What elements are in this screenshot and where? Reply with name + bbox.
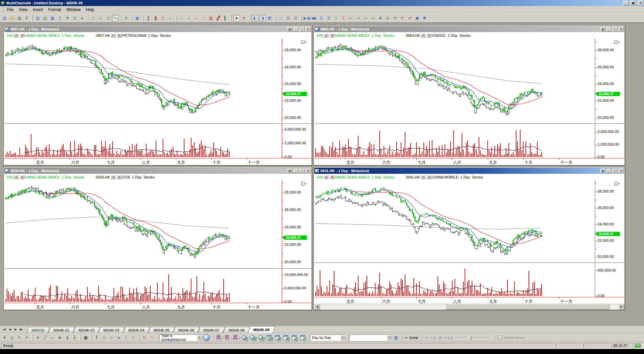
chart-titlebar[interactable]: 0857.HK - 1 Day - Metastock ▧ _ □ ✕ (4, 26, 311, 32)
tab-mshk-05[interactable]: MSHK-05 (148, 327, 175, 333)
price-axis[interactable]: 28,000.0026,000.0024,000.0022,000.0020,0… (282, 39, 311, 123)
price-chart-canvas[interactable] (4, 39, 282, 123)
scroll-to-last-bar-icon[interactable]: ◂ (614, 40, 620, 44)
playback-to-end-button[interactable]: ▷| (447, 335, 453, 341)
bar-style-candle-button[interactable]: ❚ (152, 15, 159, 21)
grid-tool-button[interactable]: ▦ (82, 334, 89, 341)
price-axis[interactable]: 28,000.0026,000.0024,000.0022,000.0020,0… (282, 180, 311, 268)
insert-series-button[interactable]: ⇗ (90, 15, 96, 21)
playback-back-options-button[interactable]: ▾ (429, 335, 432, 341)
new-page-button[interactable]: □ (277, 15, 284, 21)
line-break-style-button[interactable]: ⌁ (178, 15, 185, 21)
insert-function-button[interactable]: ƒ (57, 15, 63, 21)
interval-months-button[interactable]: M (282, 334, 290, 341)
volume-axis[interactable]: 500,000.000.00 (595, 263, 624, 297)
slider-thumb[interactable] (469, 335, 472, 340)
undo-zoom-button[interactable]: ↺ (392, 15, 398, 21)
apply-template-button[interactable]: ▦ (393, 334, 399, 341)
insert-study-button[interactable]: ✚ (64, 15, 71, 21)
toolbar-overflow-button[interactable]: » (79, 15, 85, 21)
compress-scale-button[interactable]: ⇅ (318, 15, 325, 21)
chart-close-button[interactable]: ✕ (618, 27, 624, 31)
chart-titlebar[interactable]: 0939.HK - 1 Day - Metastock ▧ _ □ ✕ (4, 168, 311, 174)
legend-symbol-2[interactable]: 0883.HK (406, 33, 420, 38)
curve-tool-button[interactable]: ∿ (115, 334, 122, 341)
diamond-marker-button[interactable]: ◇ (9, 334, 15, 341)
volume-chart-canvas[interactable] (4, 124, 282, 158)
symbol-dropdown-button[interactable]: ▾ (14, 33, 18, 38)
interval2-dropdown-button[interactable]: I▾ (117, 33, 122, 38)
volume-chart-canvas[interactable] (4, 269, 282, 303)
scroll-to-last-bar-icon[interactable]: ◂ (301, 182, 307, 186)
interval-days-button[interactable]: 1D▾ (265, 334, 273, 341)
tab-hsiv15[interactable]: HSIV15 (26, 327, 50, 333)
insert-strategy-button[interactable]: ≣ (71, 15, 78, 21)
interval-weeks-button[interactable]: W (273, 334, 281, 341)
app-close-button[interactable]: ✕ (638, 1, 643, 5)
legend-symbol-2[interactable]: 0941.HK (406, 175, 420, 179)
apply-style-button[interactable]: ✓ (167, 15, 174, 21)
expand-scale-button[interactable]: ⇵ (325, 15, 332, 21)
crosshair-tool-button[interactable]: ✛ (241, 15, 247, 21)
cross-line-tool-button[interactable]: ┼ (71, 334, 78, 341)
jump-button[interactable]: ⇰Jump (405, 335, 418, 340)
interval-volume-button[interactable]: VOL▾ (223, 334, 231, 341)
format-objects-button[interactable]: ▣ (134, 15, 141, 21)
tab-scroll-prev-button[interactable]: ◀ (7, 327, 13, 332)
arrow-down-tool-button[interactable]: ⇩ (123, 334, 130, 341)
histogram-style-button[interactable]: ▥ (208, 15, 214, 21)
pencil-tool-button[interactable]: ✎ (16, 334, 23, 341)
price-chart-canvas[interactable] (314, 180, 595, 262)
legend-symbol-1[interactable]: .HSI (316, 175, 323, 179)
interval-tick-button[interactable]: TICK▾ (215, 334, 223, 341)
zoom-in-button[interactable]: ⊕ (377, 15, 384, 21)
pointer-draw-button[interactable]: ✛ (1, 334, 8, 341)
time-axis[interactable]: 五月六月七月八月九月十月十一月 (314, 297, 624, 304)
menu-file[interactable]: File (4, 7, 16, 13)
study-template-combo-arrow[interactable]: ▼ (387, 335, 392, 340)
time-axis[interactable]: 五月六月七月八月九月十月十一月 (4, 303, 311, 309)
volume-axis[interactable]: 2,000,000.001,000,000.000.00 (595, 124, 624, 158)
interval-quarters-button[interactable]: Q (290, 334, 298, 341)
insert-marker-button[interactable]: ⇲ (104, 15, 111, 21)
interval-range-button[interactable]: RNG▾ (232, 334, 239, 341)
study-template-combo[interactable]: ▼ (349, 335, 392, 341)
app-minimize-button[interactable]: _ (623, 1, 629, 5)
chart-maximize-button[interactable]: □ (299, 27, 305, 31)
symbol2-dropdown-button[interactable]: ▾ (421, 175, 425, 179)
expand-bars-button[interactable]: ◀▶ (311, 15, 317, 21)
rectangle-tool-button[interactable]: □ (101, 334, 107, 341)
tab-mshk-04[interactable]: MSHK-04 (123, 327, 150, 333)
symbol-dropdown-button[interactable]: ▾ (324, 175, 328, 179)
arrow-up-tool-button[interactable]: ⇧ (130, 334, 137, 341)
bar-style-hollow-button[interactable]: ▯ (160, 15, 166, 21)
scroll-to-last-bar-icon[interactable]: ◂ (301, 40, 307, 44)
zoom-out-button[interactable]: ⊖ (384, 15, 391, 21)
chart-maximize-button[interactable]: □ (612, 27, 618, 31)
next-bar-button[interactable]: ↦ (370, 15, 376, 21)
chart-minimize-button[interactable]: _ (606, 27, 612, 31)
legend-symbol-1[interactable]: .HSI (316, 33, 323, 38)
scrollbar-thumb[interactable] (446, 304, 610, 309)
resolution-combo-arrow[interactable]: ▼ (340, 335, 345, 340)
tile-pages-button[interactable]: ⊞ (285, 15, 292, 21)
legend-symbol-1[interactable]: .HSI (6, 33, 13, 38)
interval-dropdown-button[interactable]: I▾ (20, 33, 24, 38)
kagi-style-button[interactable]: ⌁ (185, 15, 192, 21)
chart-titlebar[interactable]: 0941.HK - 1 Day - Metastock ▧ _ □ ✕ (314, 168, 624, 174)
redo-zoom-button[interactable]: ↻ (399, 15, 406, 21)
insert-trendline-button[interactable]: ∿ (97, 15, 104, 21)
trendline-tool-button[interactable]: ╱ (42, 334, 49, 341)
chart-minimize-button[interactable]: _ (606, 169, 612, 173)
legend-symbol-1[interactable]: .HSI (6, 175, 13, 179)
price-axis[interactable]: 28,000.0026,000.0024,000.0022,000.0020,0… (595, 180, 624, 262)
volume-chart-canvas[interactable] (314, 263, 595, 297)
text-tool-button[interactable]: T (93, 334, 100, 341)
vertical-line-tool-button[interactable]: ∥ (64, 334, 71, 341)
highlighter-tool-button[interactable]: ✐ (23, 334, 30, 341)
chart-maximize-button[interactable]: □ (299, 169, 305, 173)
pointer-tool-button[interactable]: ➤ (233, 15, 240, 21)
menu-view[interactable]: View (16, 7, 30, 13)
panel-left-button[interactable]: ◧ (252, 15, 258, 21)
app-titlebar[interactable]: MultiCharts64 - Untitled Desktop - MSHK-… (0, 0, 644, 6)
